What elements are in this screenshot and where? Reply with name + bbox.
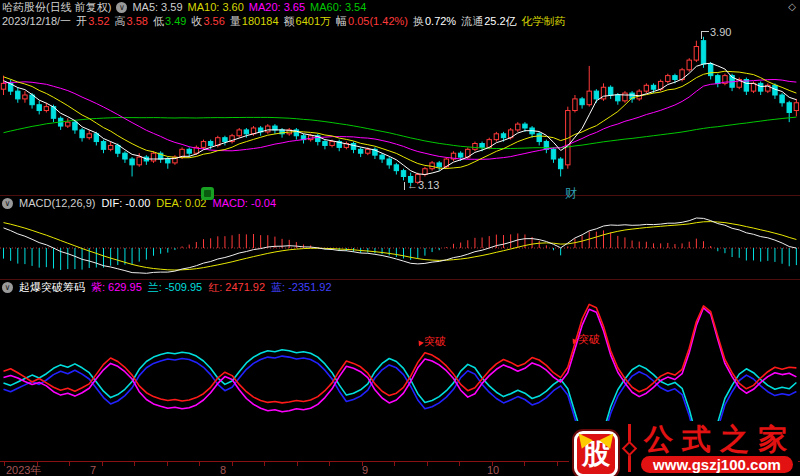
logo-divider — [628, 424, 631, 472]
quote-high: 高3.58 — [115, 14, 148, 28]
quote-info-bar: 2023/12/18/一 开3.52 高3.58 低3.49 收3.56 量18… — [2, 14, 566, 28]
quote-turnover: 换0.72% — [413, 14, 456, 28]
dea-readout: DEA: 0.02 — [156, 197, 206, 210]
axis-tick — [394, 462, 395, 466]
quote-float: 流通25.2亿 — [461, 14, 516, 28]
quote-close: 收3.56 — [191, 14, 224, 28]
breakout-arrow-icon — [416, 339, 424, 347]
collapse-macd-icon[interactable]: ∨ — [2, 198, 13, 209]
axis-tick — [264, 462, 265, 466]
macd-readout: MACD: -0.04 — [212, 197, 276, 210]
axis-tick — [329, 462, 330, 466]
price-high-annotation: 3.90 — [701, 27, 731, 39]
oscillator-panel-header: ∨ 起爆突破筹码 紫: 629.95 兰: -509.95 红: 2471.92… — [2, 281, 332, 294]
axis-month-label: 10 — [487, 464, 499, 476]
watermark-green-icon — [201, 187, 214, 200]
macd-title[interactable]: MACD(12,26,9) — [19, 197, 95, 210]
quote-open: 开3.52 — [76, 14, 109, 28]
ma10-readout: MA10: 3.60 — [188, 0, 244, 14]
site-url[interactable]: www.gszj100.com — [641, 456, 793, 473]
axis-month-label: 7 — [90, 464, 96, 476]
stock-badge: 股 — [574, 431, 618, 476]
corner-mark — [701, 31, 709, 39]
macd-panel-header: ∨ MACD(12,26,9) DIF: -0.00 DEA: 0.02 MAC… — [2, 197, 276, 210]
axis-month-label: 8 — [220, 464, 226, 476]
ma5-readout: MA5: 3.59 — [132, 0, 182, 14]
collapse-main-icon[interactable]: ∨ — [116, 2, 127, 13]
dif-readout: DIF: -0.00 — [101, 197, 150, 210]
tick-mark — [404, 182, 406, 190]
axis-tick — [459, 462, 460, 466]
axis-tick — [427, 462, 428, 466]
axis-tick — [4, 462, 5, 466]
candlestick-chart[interactable] — [0, 28, 800, 196]
quote-volume: 量180184 — [230, 14, 279, 28]
axis-tick — [69, 462, 70, 466]
axis-tick — [134, 462, 135, 466]
ma20-readout: MA20: 3.65 — [249, 0, 305, 14]
ma60-readout: MA60: 3.54 — [310, 0, 366, 14]
axis-month-label: 9 — [362, 464, 368, 476]
breakout-arrow-icon — [570, 337, 578, 345]
quote-change: 幅0.05(1.42%) — [336, 14, 408, 28]
tdx-stock-chart-window: 哈药股份(日线 前复权) ∨ MA5: 3.59 MA10: 3.60 MA20… — [0, 0, 800, 476]
diamond-icon — [622, 441, 638, 457]
axis-tick — [167, 462, 168, 466]
breakout-annotation: 突破 — [571, 334, 600, 345]
axis-tick — [199, 462, 200, 466]
axis-tick — [557, 462, 558, 466]
hong-readout: 红: 2471.92 — [208, 281, 265, 294]
axis-tick — [102, 462, 103, 466]
lan-readout: 兰: -509.95 — [148, 281, 202, 294]
breakout-annotation: 突破 — [417, 336, 446, 347]
gszj-logo[interactable]: 股 公式之家 www.gszj100.com — [569, 421, 798, 475]
axis-tick — [524, 462, 525, 466]
chart-header: 哈药股份(日线 前复权) ∨ MA5: 3.59 MA10: 3.60 MA20… — [2, 0, 366, 14]
axis-tick — [232, 462, 233, 466]
oscillator-title[interactable]: 起爆突破筹码 — [19, 281, 85, 294]
axis-tick — [297, 462, 298, 466]
blue-readout: 蓝: -2351.92 — [271, 281, 332, 294]
purple-readout: 紫: 629.95 — [91, 281, 142, 294]
corner-diamond-icon[interactable]: ◇ — [788, 1, 796, 12]
quote-low: 低3.49 — [153, 14, 186, 28]
axis-month-label: 2023年 — [6, 464, 41, 476]
stock-title: 哈药股份(日线 前复权) — [2, 0, 111, 14]
collapse-oscillator-icon[interactable]: ∨ — [2, 282, 13, 293]
quote-date: 2023/12/18/一 — [2, 14, 71, 28]
bull-stock-badge: 股 — [571, 422, 621, 474]
quote-amount: 额6401万 — [284, 14, 331, 28]
watermark-cai-text: 财 — [565, 185, 577, 202]
quote-sector[interactable]: 化学制药 — [522, 14, 566, 28]
brand-name: 公式之家 — [638, 424, 796, 454]
logo-text-block: 公式之家 www.gszj100.com — [638, 424, 796, 473]
price-low-annotation: ←3.13 — [404, 180, 439, 191]
